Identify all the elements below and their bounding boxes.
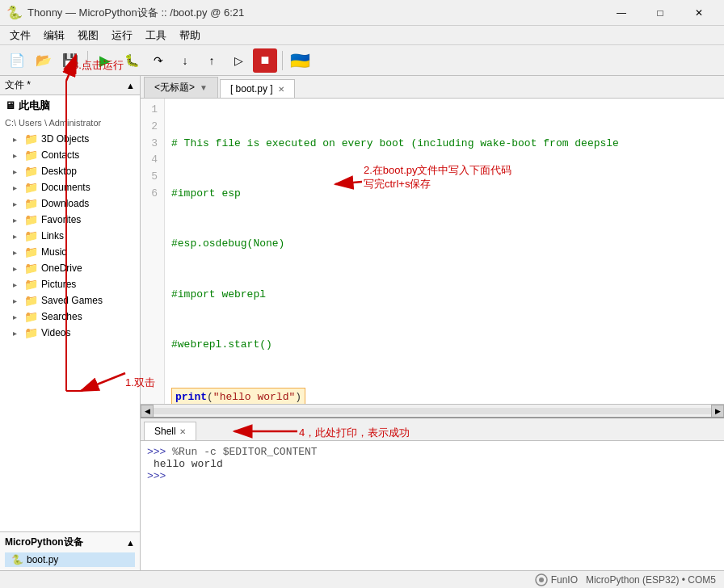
port-status: COM5: [688, 574, 716, 586]
menu-bar: 文件 编辑 视图 运行 工具 帮助: [0, 26, 724, 45]
menu-view[interactable]: 视图: [71, 27, 105, 44]
tree-item-documents[interactable]: ▸ 📁 Documents: [0, 179, 140, 195]
tree-item-3dobjects[interactable]: ▸ 📁 3D Objects: [0, 131, 140, 147]
sidebar-header: 文件 * ▲: [0, 76, 140, 95]
editor-area: <无标题> ▼ [ boot.py ] ✕ 1 2 3 4 5 6: [141, 76, 724, 417]
hscroll-track[interactable]: [154, 408, 711, 414]
hscroll-left[interactable]: ◀: [141, 405, 154, 418]
folder-icon: 📁: [24, 197, 38, 210]
resume-button[interactable]: ▷: [226, 48, 250, 73]
expand-icon: ▸: [13, 183, 21, 192]
sidebar-device-collapse-icon[interactable]: ▲: [126, 538, 135, 548]
open-button[interactable]: 📂: [32, 48, 56, 73]
expand-icon: ▸: [13, 296, 21, 305]
ukraine-flag: 🇺🇦: [288, 48, 312, 73]
tree-item-desktop[interactable]: ▸ 📁 Desktop: [0, 163, 140, 179]
tree-root-pc[interactable]: 🖥 此电脑: [0, 95, 140, 116]
device-label: MicroPython设备: [5, 536, 83, 549]
minimize-button[interactable]: —: [603, 0, 640, 26]
save-button[interactable]: 💾: [58, 48, 82, 73]
device-section: MicroPython设备 ▲ 🐍 boot.py: [0, 531, 140, 570]
funio-icon: [535, 573, 548, 586]
hscroll-right[interactable]: ▶: [711, 405, 724, 418]
menu-file[interactable]: 文件: [3, 27, 37, 44]
stop-button[interactable]: ■: [253, 48, 277, 73]
menu-run[interactable]: 运行: [105, 27, 139, 44]
title-bar: 🐍 Thonny — MicroPython设备 :: /boot.py @ 6…: [0, 0, 724, 26]
window-controls: — □ ✕: [603, 0, 718, 26]
maximize-button[interactable]: □: [642, 0, 679, 26]
editor-hscroll: ◀ ▶: [141, 404, 724, 417]
tree-item-contacts[interactable]: ▸ 📁 Contacts: [0, 147, 140, 163]
expand-icon: ▸: [13, 151, 21, 160]
sidebar: 文件 * ▲ 🖥 此电脑 C:\ Users \ Administrator ▸…: [0, 76, 141, 570]
step-over-button[interactable]: ↷: [146, 48, 170, 73]
menu-edit[interactable]: 编辑: [37, 27, 71, 44]
expand-icon: ▸: [13, 135, 21, 144]
folder-icon: 📁: [24, 181, 38, 194]
app-icon: 🐍: [6, 5, 23, 20]
file-tree: 🖥 此电脑 C:\ Users \ Administrator ▸ 📁 3D O…: [0, 95, 140, 531]
expand-icon: ▸: [13, 248, 21, 257]
close-button[interactable]: ✕: [680, 0, 718, 26]
main-area: 文件 * ▲ 🖥 此电脑 C:\ Users \ Administrator ▸…: [0, 76, 724, 570]
tree-item-savedgames[interactable]: ▸ 📁 Saved Games: [0, 292, 140, 309]
bottom-tabs: Shell ✕: [141, 418, 724, 441]
tab-untitled[interactable]: <无标题> ▼: [144, 77, 218, 98]
expand-icon: ▸: [13, 232, 21, 241]
toolbar-sep-2: [282, 51, 283, 70]
folder-icon: 📁: [24, 278, 38, 291]
sidebar-header-label: 文件 *: [5, 78, 31, 92]
interpreter-status: MicroPython (ESP32) • COM5: [586, 574, 716, 586]
shell-tab[interactable]: Shell ✕: [144, 422, 196, 440]
folder-icon: 📁: [24, 132, 38, 145]
close-untitled-tab[interactable]: ▼: [200, 83, 208, 92]
tree-item-links[interactable]: ▸ 📁 Links: [0, 228, 140, 244]
step-into-button[interactable]: ↓: [173, 48, 197, 73]
python-file-icon: 🐍: [11, 554, 23, 565]
tab-bootpy[interactable]: [ boot.py ] ✕: [220, 79, 295, 98]
tree-item-pictures[interactable]: ▸ 📁 Pictures: [0, 276, 140, 292]
svg-point-1: [539, 578, 544, 582]
menu-tools[interactable]: 工具: [139, 27, 173, 44]
code-editor[interactable]: 1 2 3 4 5 6 # This file is executed on e…: [141, 99, 724, 404]
close-bootpy-tab[interactable]: ✕: [278, 85, 284, 94]
title-bar-left: 🐍 Thonny — MicroPython设备 :: /boot.py @ 6…: [6, 5, 244, 20]
shell-content[interactable]: >>> %Run -c $EDITOR_CONTENT hello world …: [141, 441, 724, 570]
device-file-bootpy[interactable]: 🐍 boot.py: [5, 552, 135, 567]
debug-button[interactable]: 🐛: [120, 48, 144, 73]
folder-icon: 📁: [24, 294, 38, 307]
tree-item-videos[interactable]: ▸ 📁 Videos: [0, 325, 140, 341]
step-out-button[interactable]: ↑: [200, 48, 224, 73]
shell-output-line: hello world: [147, 458, 718, 470]
line-numbers: 1 2 3 4 5 6: [141, 99, 165, 404]
new-button[interactable]: 📄: [5, 48, 29, 73]
shell-next-prompt: >>>: [147, 470, 718, 482]
code-line-3: #esp.osdebug(None): [171, 236, 718, 253]
tree-item-favorites[interactable]: ▸ 📁 Favorites: [0, 212, 140, 228]
expand-icon: ▸: [13, 200, 21, 208]
editor-shell-area: <无标题> ▼ [ boot.py ] ✕ 1 2 3 4 5 6: [141, 76, 724, 570]
toolbar-sep-1: [87, 51, 88, 70]
menu-help[interactable]: 帮助: [173, 27, 207, 44]
tree-item-onedrive[interactable]: ▸ 📁 OneDrive: [0, 260, 140, 276]
folder-icon: 📁: [24, 310, 38, 323]
code-line-6: print("hello world"): [171, 388, 718, 404]
folder-icon: 📁: [24, 229, 38, 242]
funio-logo: FunIO: [535, 573, 578, 586]
shell-prompt-1: >>>: [147, 446, 172, 458]
expand-icon: ▸: [13, 216, 21, 225]
tree-item-downloads[interactable]: ▸ 📁 Downloads: [0, 195, 140, 212]
sidebar-collapse-icon[interactable]: ▲: [126, 81, 135, 90]
folder-icon: 📁: [24, 262, 38, 275]
shell-tab-close[interactable]: ✕: [179, 427, 186, 436]
code-content[interactable]: # This file is executed on every boot (i…: [165, 99, 724, 404]
folder-icon: 📁: [24, 246, 38, 258]
code-line-1: # This file is executed on every boot (i…: [171, 136, 718, 153]
expand-icon: ▸: [13, 329, 21, 338]
tree-item-music[interactable]: ▸ 📁 Music: [0, 244, 140, 260]
tree-item-searches[interactable]: ▸ 📁 Searches: [0, 309, 140, 325]
run-button[interactable]: ▶: [93, 48, 117, 73]
toolbar: 📄 📂 💾 ▶ 🐛 ↷ ↓ ↑ ▷ ■ 🇺🇦: [0, 45, 724, 76]
shell-prompt-2: >>>: [147, 470, 166, 482]
